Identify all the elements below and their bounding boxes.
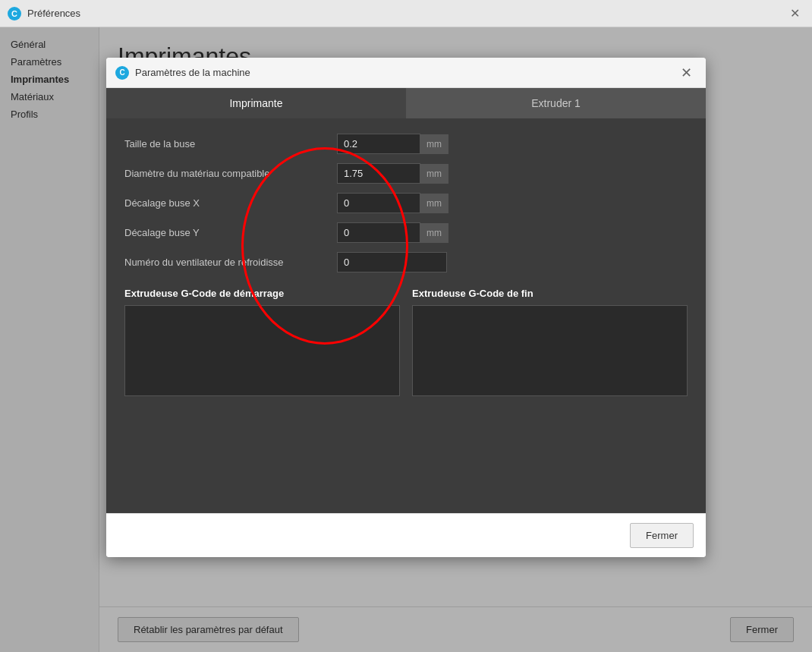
unit-decalage-x: mm — [420, 194, 448, 213]
modal-titlebar: C Paramètres de la machine ✕ — [106, 58, 706, 88]
machine-settings-modal: C Paramètres de la machine ✕ Imprimante … — [106, 58, 706, 557]
titlebar-close-button[interactable]: ✕ — [785, 3, 804, 24]
gcode-row: Extrudeuse G-Code de démarrage Extrudeus… — [124, 288, 688, 399]
gcode-start-col: Extrudeuse G-Code de démarrage — [124, 288, 400, 399]
input-group-ventilateur — [337, 252, 447, 272]
form-row-diametre: Diamètre du matériau compatible mm — [124, 163, 688, 184]
modal-close-fermer-button[interactable]: Fermer — [630, 523, 694, 548]
modal-close-button[interactable]: ✕ — [676, 63, 697, 83]
modal-titlebar-left: C Paramètres de la machine — [115, 66, 250, 80]
titlebar: C Préférences ✕ — [0, 0, 812, 27]
unit-taille-buse: mm — [420, 134, 448, 154]
form-row-ventilateur: Numéro du ventilateur de refroidisse — [124, 252, 688, 272]
input-diametre[interactable] — [337, 163, 420, 184]
input-group-decalage-x: mm — [337, 193, 448, 213]
input-taille-buse[interactable] — [337, 134, 420, 154]
input-decalage-y[interactable] — [337, 222, 420, 243]
tab-imprimante[interactable]: Imprimante — [106, 88, 406, 118]
label-diametre: Diamètre du matériau compatible — [124, 168, 337, 179]
app-icon: C — [8, 7, 21, 20]
unit-diametre: mm — [420, 164, 448, 184]
unit-decalage-y: mm — [420, 223, 448, 243]
modal-overlay: C Paramètres de la machine ✕ Imprimante … — [0, 27, 812, 652]
input-decalage-x[interactable] — [337, 193, 420, 213]
input-ventilateur[interactable] — [337, 252, 447, 272]
label-decalage-x: Décalage buse X — [124, 197, 337, 209]
gcode-start-label: Extrudeuse G-Code de démarrage — [124, 288, 400, 299]
label-decalage-y: Décalage buse Y — [124, 227, 337, 238]
form-row-decalage-y: Décalage buse Y mm — [124, 222, 688, 243]
input-group-taille-buse: mm — [337, 134, 448, 154]
label-ventilateur: Numéro du ventilateur de refroidisse — [124, 257, 337, 268]
input-group-decalage-y: mm — [337, 222, 448, 243]
gcode-end-col: Extrudeuse G-Code de fin — [412, 288, 688, 399]
gcode-end-label: Extrudeuse G-Code de fin — [412, 288, 688, 299]
label-taille-buse: Taille de la buse — [124, 138, 337, 150]
modal-footer: Fermer — [106, 513, 706, 557]
gcode-end-textarea[interactable] — [412, 305, 688, 396]
form-row-buse: Taille de la buse mm — [124, 134, 688, 154]
modal-tabs: Imprimante Extruder 1 — [106, 88, 706, 118]
modal-app-icon: C — [115, 66, 129, 80]
modal-titlebar-title: Paramètres de la machine — [135, 67, 250, 78]
form-row-decalage-x: Décalage buse X mm — [124, 193, 688, 213]
titlebar-left: C Préférences — [8, 7, 80, 20]
gcode-start-textarea[interactable] — [124, 305, 400, 396]
modal-body: Taille de la buse mm Diamètre du matéria… — [106, 118, 706, 513]
input-group-diametre: mm — [337, 163, 448, 184]
tab-extruder1[interactable]: Extruder 1 — [406, 88, 706, 118]
titlebar-title: Préférences — [27, 8, 80, 19]
extruder-form-section: Taille de la buse mm Diamètre du matéria… — [124, 134, 688, 272]
